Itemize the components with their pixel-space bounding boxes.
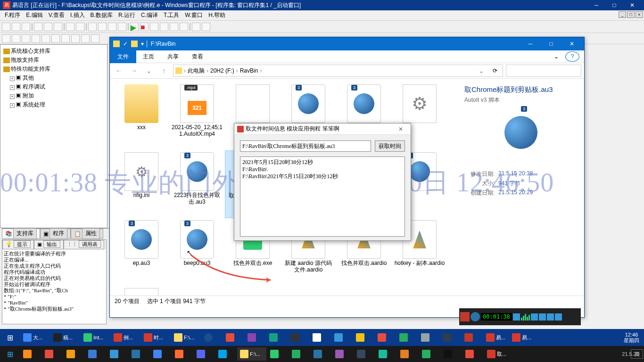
tb-icon-8[interactable]	[353, 330, 374, 345]
tb-icon-10[interactable]	[396, 330, 417, 345]
tb-icon-15[interactable]: 易...	[509, 330, 534, 345]
record-button[interactable]	[460, 312, 470, 321]
nav-up[interactable]: ↑	[158, 65, 170, 77]
tb-icon-2[interactable]	[223, 330, 244, 345]
taskbar2-date[interactable]: 21.5.20	[619, 351, 642, 357]
exp-close-button[interactable]: ✕	[561, 37, 582, 50]
dialog-close[interactable]: ✕	[394, 126, 408, 132]
menu-view[interactable]: V.查看	[46, 10, 67, 20]
menu-help[interactable]: H.帮助	[206, 10, 228, 20]
tb2-explorer[interactable]: F:\...	[237, 347, 266, 361]
tb-icon-12[interactable]	[440, 330, 461, 345]
crumb-pc[interactable]: 此电脑	[188, 67, 205, 75]
tb-icon-1[interactable]	[201, 330, 222, 345]
nav-back[interactable]: ←	[113, 65, 125, 77]
menu-program[interactable]: F.程序	[2, 10, 23, 20]
crumb-folder[interactable]: RavBin	[240, 67, 258, 74]
file-item[interactable]: smarttrt.db	[114, 286, 169, 296]
tb-redo[interactable]	[76, 23, 84, 31]
tree-root-special[interactable]: 特殊功能支持库	[2, 65, 105, 74]
tb2-9[interactable]	[81, 34, 90, 43]
tb2-14[interactable]	[332, 347, 353, 361]
tb2-20[interactable]	[462, 347, 483, 361]
tb-step2[interactable]	[160, 23, 168, 31]
tb2-6[interactable]	[129, 347, 149, 361]
tree-root-core[interactable]: 系统核心支持库	[2, 47, 105, 56]
tb-app-5[interactable]: 时...	[141, 330, 170, 345]
tb2-18[interactable]	[419, 347, 440, 361]
tray-ic3[interactable]	[547, 313, 554, 321]
file-item[interactable]: 32223抖音找色并双击.au3	[169, 150, 225, 218]
minimize-button[interactable]: ─	[587, 0, 605, 10]
menu-tools[interactable]: T.工具	[161, 10, 182, 20]
mdi-close[interactable]: ×	[636, 11, 643, 18]
tb2-12[interactable]	[289, 347, 310, 361]
file-item[interactable]: 3ep.au3	[114, 218, 169, 286]
tb2-5[interactable]	[41, 34, 50, 43]
tb2-17[interactable]	[397, 347, 418, 361]
log-tab-output[interactable]: ▣ 输出	[34, 240, 64, 249]
menu-database[interactable]: B.数据库	[88, 10, 116, 20]
maximize-button[interactable]: □	[605, 0, 623, 10]
mdi-min[interactable]: _	[619, 11, 626, 18]
tb-run[interactable]: ▶	[130, 23, 139, 31]
file-item[interactable]: nfig.ini	[114, 150, 169, 218]
help-button[interactable]: ?	[565, 51, 579, 62]
tb-find[interactable]	[202, 23, 210, 31]
menu-edit[interactable]: E.编辑	[23, 10, 45, 20]
tb-cut[interactable]	[34, 23, 42, 31]
close-button[interactable]: ✕	[623, 0, 641, 10]
tree-child-sys[interactable]: +▣ 系统处理	[2, 100, 105, 109]
tb-app-3[interactable]: Int...	[81, 330, 110, 345]
tb2-7[interactable]	[150, 347, 171, 361]
tb-icon-11[interactable]	[418, 330, 439, 345]
tb2-19[interactable]	[441, 347, 462, 361]
ribbon-share[interactable]: 共享	[161, 50, 185, 63]
addr-dropdown[interactable]: ⌄	[475, 65, 487, 77]
tb-app-2[interactable]: 稿...	[50, 330, 80, 345]
tb2-2[interactable]	[12, 34, 20, 43]
tb2-1[interactable]	[20, 347, 41, 361]
tb2-8[interactable]	[172, 347, 193, 361]
menu-insert[interactable]: I.插入	[67, 10, 88, 20]
tb-icon-7[interactable]	[331, 330, 352, 345]
menu-window[interactable]: W.窗口	[182, 10, 206, 20]
file-item[interactable]: 3beep0.au3	[169, 218, 225, 286]
tb2-15[interactable]	[354, 347, 375, 361]
tab-props[interactable]: 📋 属性	[71, 229, 103, 239]
tb2-11[interactable]	[267, 347, 288, 361]
tb-undo[interactable]	[66, 23, 74, 31]
tray-ic1[interactable]	[531, 313, 538, 321]
start-button[interactable]: ⊞	[0, 329, 20, 346]
tab-library[interactable]: 📚 支持库	[2, 229, 40, 239]
tb2-3[interactable]	[64, 347, 84, 361]
tb2-13[interactable]	[311, 347, 331, 361]
tb-app-4[interactable]: 例...	[111, 330, 140, 345]
tb-new[interactable]	[2, 23, 10, 31]
tb2-21[interactable]: 取...	[484, 347, 509, 361]
tree-root-dragdrop[interactable]: 拖放支持库	[2, 56, 105, 65]
log-tab-calls[interactable]: ⋮⋮ 调用表	[64, 240, 104, 249]
ribbon-view[interactable]: 查看	[185, 50, 210, 63]
file-item[interactable]: .mp42021-05-20_12;45;11.AutoItX.mp4	[169, 82, 225, 150]
ribbon-expand[interactable]: ⌄	[547, 51, 565, 62]
tree-child-attach[interactable]: +▣ 附加	[2, 91, 105, 100]
nav-fwd[interactable]: →	[128, 65, 140, 77]
result-textarea[interactable]	[240, 156, 405, 237]
tb2-10[interactable]	[91, 34, 99, 43]
exp-min-button[interactable]: ─	[520, 37, 541, 50]
tb2-5[interactable]	[107, 347, 128, 361]
explorer-titlebar[interactable]: ✓ ▾ │ F:\RavBin ─ □ ✕	[110, 37, 584, 50]
tb-b2[interactable]	[98, 23, 107, 31]
tb-save[interactable]	[22, 23, 30, 31]
address-bar[interactable]: › 此电脑› 20H2 (F:)› RavBin› ⌄ ⟳	[173, 65, 503, 77]
dialog-titlebar[interactable]: 取文件时间信息 模块应用例程 笨笨啊 ✕	[234, 123, 411, 135]
file-item[interactable]: xxx	[114, 82, 169, 150]
tb-hand[interactable]	[192, 23, 200, 31]
get-time-button[interactable]: 获取时间	[375, 140, 405, 152]
tb-open[interactable]	[12, 23, 20, 31]
speaker-icon[interactable]	[513, 313, 520, 321]
tb2-3[interactable]	[22, 34, 30, 43]
tray-ic4[interactable]	[555, 313, 562, 321]
tb-app-1[interactable]: 大...	[20, 330, 50, 345]
